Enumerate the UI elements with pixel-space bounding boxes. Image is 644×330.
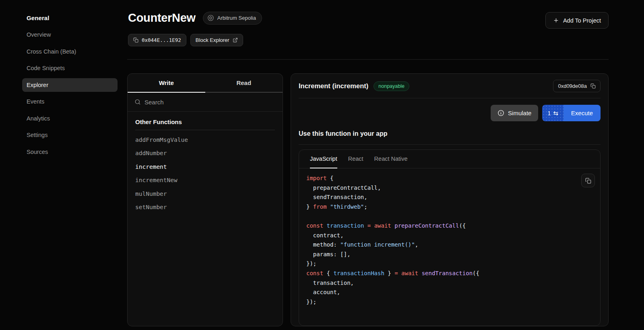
- add-to-project-button[interactable]: Add To Project: [545, 12, 609, 29]
- network-icon: [207, 15, 214, 21]
- function-detail-panel: Increment (increment) nonpayable 0xd09de…: [291, 73, 609, 326]
- code-block: import { prepareContractCall, sendTransa…: [306, 174, 593, 307]
- tab-react-native[interactable]: React Native: [374, 150, 408, 168]
- sidebar-item-cross-chain[interactable]: Cross Chain (Beta): [22, 45, 118, 58]
- sidebar-section-title: General: [27, 15, 50, 21]
- sidebar-item-overview[interactable]: Overview: [22, 28, 118, 42]
- block-explorer-chip[interactable]: Block Explorer: [190, 34, 243, 46]
- sidebar-item-settings[interactable]: Settings: [22, 128, 118, 142]
- external-link-icon: [233, 37, 238, 43]
- page-title: CounterNew: [128, 11, 196, 25]
- sidebar-item-code-snippets[interactable]: Code Snippets: [22, 61, 118, 75]
- queue-count: 1: [547, 110, 551, 116]
- title-row: CounterNew Arbitrum Sepolia: [128, 11, 262, 25]
- sidebar: General Overview Cross Chain (Beta) Code…: [0, 0, 127, 330]
- function-selector-chip[interactable]: 0xd09de08a: [553, 80, 601, 92]
- function-item-setNumber[interactable]: setNumber: [135, 201, 275, 214]
- transaction-queue-button[interactable]: 1 ⇆: [542, 105, 563, 121]
- functions-panel: Write Read Other Functions addFromMsgVal…: [127, 73, 283, 326]
- swap-arrows-icon: ⇆: [553, 110, 558, 117]
- plus-icon: [553, 17, 559, 23]
- network-name: Arbitrum Sepolia: [217, 15, 256, 21]
- search-icon: [134, 99, 141, 105]
- copy-icon: [585, 178, 591, 184]
- function-title: Increment (increment): [299, 82, 368, 90]
- function-search-row: [128, 93, 283, 112]
- main-content: CounterNew Arbitrum Sepolia Add To Proje…: [128, 0, 609, 330]
- explorer-panels: Write Read Other Functions addFromMsgVal…: [127, 73, 609, 326]
- code-snippet-card: JavaScript React React Native import { p…: [299, 149, 601, 326]
- execute-button[interactable]: Execute: [564, 105, 601, 121]
- tab-write[interactable]: Write: [128, 74, 205, 93]
- function-group-title: Other Functions: [135, 118, 275, 130]
- action-row: Simulate 1 ⇆ Execute: [291, 98, 608, 121]
- function-group: Other Functions addFromMsgValue addNumbe…: [128, 112, 283, 214]
- execute-button-group: 1 ⇆ Execute: [542, 105, 601, 121]
- sidebar-item-events[interactable]: Events: [22, 95, 118, 108]
- function-selector: 0xd09de08a: [558, 83, 587, 89]
- function-item-addFromMsgValue[interactable]: addFromMsgValue: [135, 133, 275, 147]
- sidebar-item-explorer[interactable]: Explorer: [22, 78, 118, 92]
- copy-code-button[interactable]: [581, 174, 595, 187]
- sidebar-item-sources[interactable]: Sources: [22, 145, 118, 159]
- sidebar-item-analytics[interactable]: Analytics: [22, 112, 118, 125]
- contract-address-chip[interactable]: 0x044E...1E92: [128, 34, 186, 46]
- usage-divider: [299, 144, 601, 145]
- code-area: import { prepareContractCall, sendTransa…: [299, 168, 600, 312]
- tab-react[interactable]: React: [348, 150, 363, 168]
- copy-icon: [133, 37, 138, 43]
- write-read-tabs: Write Read: [128, 74, 283, 93]
- header-divider: [127, 59, 609, 60]
- contract-meta-row: 0x044E...1E92 Block Explorer: [128, 34, 243, 46]
- search-input[interactable]: [144, 99, 276, 106]
- simulate-button[interactable]: Simulate: [491, 105, 538, 121]
- tab-javascript[interactable]: JavaScript: [310, 150, 337, 168]
- function-list: addFromMsgValue addNumber increment incr…: [135, 133, 275, 214]
- tab-read[interactable]: Read: [205, 74, 283, 93]
- contract-address: 0x044E...1E92: [142, 37, 181, 43]
- code-language-tabs: JavaScript React React Native: [299, 150, 600, 168]
- function-item-mulNumber[interactable]: mulNumber: [135, 187, 275, 201]
- usage-heading: Use this function in your app: [291, 121, 608, 137]
- info-icon: [497, 110, 504, 116]
- function-item-incrementNew[interactable]: incrementNew: [135, 174, 275, 187]
- network-badge[interactable]: Arbitrum Sepolia: [203, 12, 262, 25]
- function-item-addNumber[interactable]: addNumber: [135, 147, 275, 160]
- function-detail-header: Increment (increment) nonpayable 0xd09de…: [291, 74, 608, 98]
- copy-icon: [590, 83, 596, 89]
- function-item-increment[interactable]: increment: [135, 160, 275, 174]
- sidebar-nav: Overview Cross Chain (Beta) Code Snippet…: [22, 28, 118, 159]
- state-mutability-badge: nonpayable: [374, 81, 409, 91]
